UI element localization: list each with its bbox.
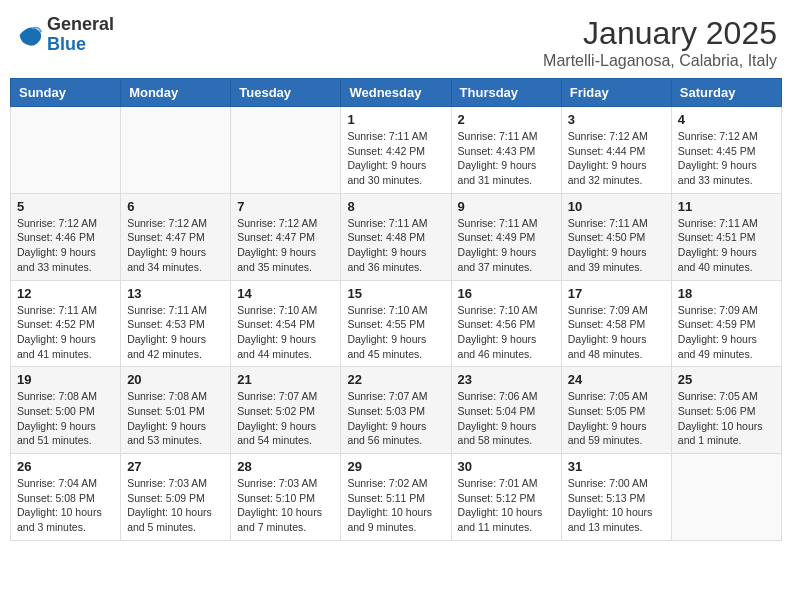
calendar-cell: 6Sunrise: 7:12 AM Sunset: 4:47 PM Daylig… bbox=[121, 193, 231, 280]
day-number: 21 bbox=[237, 372, 334, 387]
day-number: 16 bbox=[458, 286, 555, 301]
day-number: 15 bbox=[347, 286, 444, 301]
day-number: 26 bbox=[17, 459, 114, 474]
calendar-cell: 15Sunrise: 7:10 AM Sunset: 4:55 PM Dayli… bbox=[341, 280, 451, 367]
day-info: Sunrise: 7:04 AM Sunset: 5:08 PM Dayligh… bbox=[17, 476, 114, 535]
day-number: 5 bbox=[17, 199, 114, 214]
day-info: Sunrise: 7:01 AM Sunset: 5:12 PM Dayligh… bbox=[458, 476, 555, 535]
day-number: 7 bbox=[237, 199, 334, 214]
calendar-cell bbox=[121, 107, 231, 194]
logo-blue-text: Blue bbox=[47, 34, 86, 54]
day-info: Sunrise: 7:09 AM Sunset: 4:59 PM Dayligh… bbox=[678, 303, 775, 362]
calendar-cell: 3Sunrise: 7:12 AM Sunset: 4:44 PM Daylig… bbox=[561, 107, 671, 194]
day-info: Sunrise: 7:11 AM Sunset: 4:43 PM Dayligh… bbox=[458, 129, 555, 188]
day-number: 20 bbox=[127, 372, 224, 387]
calendar-cell: 31Sunrise: 7:00 AM Sunset: 5:13 PM Dayli… bbox=[561, 454, 671, 541]
day-number: 9 bbox=[458, 199, 555, 214]
day-info: Sunrise: 7:12 AM Sunset: 4:47 PM Dayligh… bbox=[127, 216, 224, 275]
calendar-cell: 29Sunrise: 7:02 AM Sunset: 5:11 PM Dayli… bbox=[341, 454, 451, 541]
logo-icon bbox=[15, 21, 43, 49]
day-number: 14 bbox=[237, 286, 334, 301]
calendar-cell: 27Sunrise: 7:03 AM Sunset: 5:09 PM Dayli… bbox=[121, 454, 231, 541]
calendar-header-row: SundayMondayTuesdayWednesdayThursdayFrid… bbox=[11, 79, 782, 107]
calendar-cell: 16Sunrise: 7:10 AM Sunset: 4:56 PM Dayli… bbox=[451, 280, 561, 367]
calendar-week-row: 26Sunrise: 7:04 AM Sunset: 5:08 PM Dayli… bbox=[11, 454, 782, 541]
calendar-cell bbox=[11, 107, 121, 194]
calendar-cell: 10Sunrise: 7:11 AM Sunset: 4:50 PM Dayli… bbox=[561, 193, 671, 280]
day-number: 1 bbox=[347, 112, 444, 127]
calendar-table: SundayMondayTuesdayWednesdayThursdayFrid… bbox=[10, 78, 782, 541]
column-header-saturday: Saturday bbox=[671, 79, 781, 107]
day-info: Sunrise: 7:07 AM Sunset: 5:02 PM Dayligh… bbox=[237, 389, 334, 448]
calendar-week-row: 19Sunrise: 7:08 AM Sunset: 5:00 PM Dayli… bbox=[11, 367, 782, 454]
column-header-friday: Friday bbox=[561, 79, 671, 107]
day-info: Sunrise: 7:11 AM Sunset: 4:52 PM Dayligh… bbox=[17, 303, 114, 362]
day-info: Sunrise: 7:06 AM Sunset: 5:04 PM Dayligh… bbox=[458, 389, 555, 448]
day-info: Sunrise: 7:12 AM Sunset: 4:45 PM Dayligh… bbox=[678, 129, 775, 188]
column-header-tuesday: Tuesday bbox=[231, 79, 341, 107]
calendar-week-row: 12Sunrise: 7:11 AM Sunset: 4:52 PM Dayli… bbox=[11, 280, 782, 367]
day-number: 12 bbox=[17, 286, 114, 301]
day-number: 10 bbox=[568, 199, 665, 214]
day-info: Sunrise: 7:12 AM Sunset: 4:46 PM Dayligh… bbox=[17, 216, 114, 275]
day-number: 17 bbox=[568, 286, 665, 301]
calendar-cell: 18Sunrise: 7:09 AM Sunset: 4:59 PM Dayli… bbox=[671, 280, 781, 367]
title-section: January 2025 Martelli-Laganosa, Calabria… bbox=[543, 15, 777, 70]
calendar-cell: 26Sunrise: 7:04 AM Sunset: 5:08 PM Dayli… bbox=[11, 454, 121, 541]
day-number: 3 bbox=[568, 112, 665, 127]
day-info: Sunrise: 7:00 AM Sunset: 5:13 PM Dayligh… bbox=[568, 476, 665, 535]
month-title: January 2025 bbox=[543, 15, 777, 52]
calendar-cell: 22Sunrise: 7:07 AM Sunset: 5:03 PM Dayli… bbox=[341, 367, 451, 454]
calendar-cell: 14Sunrise: 7:10 AM Sunset: 4:54 PM Dayli… bbox=[231, 280, 341, 367]
day-number: 31 bbox=[568, 459, 665, 474]
logo-general-text: General bbox=[47, 14, 114, 34]
day-number: 28 bbox=[237, 459, 334, 474]
day-number: 2 bbox=[458, 112, 555, 127]
calendar-cell bbox=[231, 107, 341, 194]
calendar-cell: 23Sunrise: 7:06 AM Sunset: 5:04 PM Dayli… bbox=[451, 367, 561, 454]
page-header: General Blue January 2025 Martelli-Lagan… bbox=[10, 10, 782, 70]
calendar-cell: 7Sunrise: 7:12 AM Sunset: 4:47 PM Daylig… bbox=[231, 193, 341, 280]
calendar-cell bbox=[671, 454, 781, 541]
column-header-thursday: Thursday bbox=[451, 79, 561, 107]
calendar-cell: 5Sunrise: 7:12 AM Sunset: 4:46 PM Daylig… bbox=[11, 193, 121, 280]
calendar-cell: 24Sunrise: 7:05 AM Sunset: 5:05 PM Dayli… bbox=[561, 367, 671, 454]
day-number: 25 bbox=[678, 372, 775, 387]
day-number: 24 bbox=[568, 372, 665, 387]
day-info: Sunrise: 7:11 AM Sunset: 4:42 PM Dayligh… bbox=[347, 129, 444, 188]
calendar-cell: 8Sunrise: 7:11 AM Sunset: 4:48 PM Daylig… bbox=[341, 193, 451, 280]
day-number: 22 bbox=[347, 372, 444, 387]
day-number: 18 bbox=[678, 286, 775, 301]
calendar-cell: 2Sunrise: 7:11 AM Sunset: 4:43 PM Daylig… bbox=[451, 107, 561, 194]
day-info: Sunrise: 7:07 AM Sunset: 5:03 PM Dayligh… bbox=[347, 389, 444, 448]
day-info: Sunrise: 7:11 AM Sunset: 4:50 PM Dayligh… bbox=[568, 216, 665, 275]
day-number: 4 bbox=[678, 112, 775, 127]
day-info: Sunrise: 7:12 AM Sunset: 4:44 PM Dayligh… bbox=[568, 129, 665, 188]
day-info: Sunrise: 7:11 AM Sunset: 4:49 PM Dayligh… bbox=[458, 216, 555, 275]
day-number: 30 bbox=[458, 459, 555, 474]
day-info: Sunrise: 7:08 AM Sunset: 5:01 PM Dayligh… bbox=[127, 389, 224, 448]
day-info: Sunrise: 7:12 AM Sunset: 4:47 PM Dayligh… bbox=[237, 216, 334, 275]
day-info: Sunrise: 7:03 AM Sunset: 5:10 PM Dayligh… bbox=[237, 476, 334, 535]
day-info: Sunrise: 7:08 AM Sunset: 5:00 PM Dayligh… bbox=[17, 389, 114, 448]
calendar-cell: 17Sunrise: 7:09 AM Sunset: 4:58 PM Dayli… bbox=[561, 280, 671, 367]
calendar-cell: 19Sunrise: 7:08 AM Sunset: 5:00 PM Dayli… bbox=[11, 367, 121, 454]
column-header-wednesday: Wednesday bbox=[341, 79, 451, 107]
day-number: 6 bbox=[127, 199, 224, 214]
day-number: 29 bbox=[347, 459, 444, 474]
day-number: 8 bbox=[347, 199, 444, 214]
calendar-cell: 20Sunrise: 7:08 AM Sunset: 5:01 PM Dayli… bbox=[121, 367, 231, 454]
calendar-cell: 30Sunrise: 7:01 AM Sunset: 5:12 PM Dayli… bbox=[451, 454, 561, 541]
day-info: Sunrise: 7:02 AM Sunset: 5:11 PM Dayligh… bbox=[347, 476, 444, 535]
day-info: Sunrise: 7:10 AM Sunset: 4:54 PM Dayligh… bbox=[237, 303, 334, 362]
day-number: 23 bbox=[458, 372, 555, 387]
column-header-monday: Monday bbox=[121, 79, 231, 107]
calendar-cell: 13Sunrise: 7:11 AM Sunset: 4:53 PM Dayli… bbox=[121, 280, 231, 367]
calendar-cell: 4Sunrise: 7:12 AM Sunset: 4:45 PM Daylig… bbox=[671, 107, 781, 194]
calendar-cell: 1Sunrise: 7:11 AM Sunset: 4:42 PM Daylig… bbox=[341, 107, 451, 194]
day-info: Sunrise: 7:11 AM Sunset: 4:48 PM Dayligh… bbox=[347, 216, 444, 275]
day-number: 13 bbox=[127, 286, 224, 301]
day-info: Sunrise: 7:05 AM Sunset: 5:05 PM Dayligh… bbox=[568, 389, 665, 448]
day-number: 19 bbox=[17, 372, 114, 387]
calendar-cell: 12Sunrise: 7:11 AM Sunset: 4:52 PM Dayli… bbox=[11, 280, 121, 367]
